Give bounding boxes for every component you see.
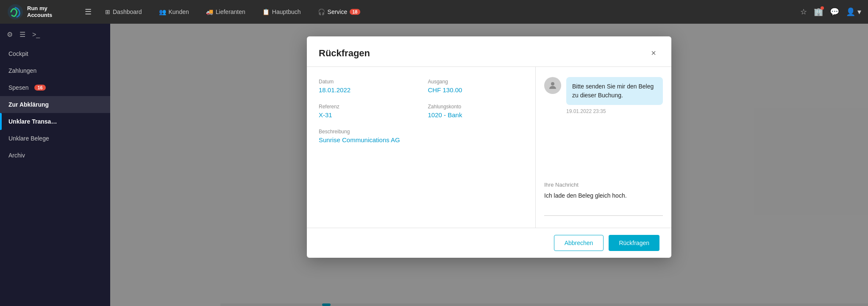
nav-item-service[interactable]: 🎧 Service 18	[314, 6, 364, 18]
logo-text: Run my Accounts	[27, 5, 52, 18]
sidebar: ⚙ ☰ >_ Cockpit Zahlungen Spesen 16 Zur A…	[0, 24, 110, 306]
user-button[interactable]: 👤 ▾	[846, 7, 861, 17]
nav-item-lieferanten[interactable]: 🚚 Lieferanten	[203, 6, 249, 18]
active-indicator	[0, 113, 2, 130]
chat-bubble: Bitte senden Sie mir den Beleg zu dieser…	[566, 77, 663, 105]
zahlungskonto-value: 1020 - Bank	[428, 111, 524, 119]
field-row-1: Datum 18.01.2022 Ausgang CHF 130.00	[319, 79, 523, 94]
sidebar-label-unklare-transa: Unklare Transa…	[8, 118, 57, 125]
ausgang-field: Ausgang CHF 130.00	[428, 79, 524, 94]
referenz-value: X-31	[319, 111, 415, 119]
zahlungskonto-field: Zahlungskonto 1020 - Bank	[428, 104, 524, 119]
chat-button[interactable]: 💬	[830, 7, 839, 17]
ausgang-value: CHF 130.00	[428, 86, 524, 94]
ausgang-label: Ausgang	[428, 79, 524, 85]
field-row-2: Referenz X-31 Zahlungskonto 1020 - Bank	[319, 104, 523, 119]
modal-close-button[interactable]: ×	[648, 47, 659, 60]
datum-value: 18.01.2022	[319, 86, 415, 94]
list-icon[interactable]: ☰	[19, 30, 25, 39]
chat-message-area: Bitte senden Sie mir den Beleg zu dieser…	[544, 77, 663, 175]
sidebar-label-unklare-belege: Unklare Belege	[8, 135, 49, 142]
message-input-label: Ihre Nachricht	[544, 182, 663, 188]
message-textarea[interactable]	[544, 190, 663, 216]
beschreibung-value: Sunrise Communications AG	[319, 136, 523, 143]
service-badge: 18	[350, 9, 360, 15]
sidebar-label-archiv: Archiv	[8, 152, 25, 159]
avatar	[544, 77, 561, 94]
modal-right-panel: Bitte senden Sie mir den Beleg zu dieser…	[536, 67, 671, 228]
logo: Run my Accounts	[7, 3, 75, 20]
svg-point-0	[8, 4, 23, 19]
main-layout: ⚙ ☰ >_ Cockpit Zahlungen Spesen 16 Zur A…	[0, 24, 868, 306]
cancel-button[interactable]: Abbrechen	[554, 235, 604, 251]
rueckfragen-modal: Rückfragen × Datum 18.01.2022 Ausg	[307, 36, 671, 258]
main-content: Rückfragen × Datum 18.01.2022 Ausg	[110, 24, 868, 306]
service-icon: 🎧	[318, 8, 325, 15]
sidebar-label-zur-abklaerung: Zur Abklärung	[8, 101, 49, 108]
datum-label: Datum	[319, 79, 415, 85]
hauptbuch-icon: 📋	[262, 8, 270, 15]
sidebar-item-cockpit[interactable]: Cockpit	[0, 45, 110, 62]
building-button[interactable]: 🏢	[814, 7, 823, 17]
sidebar-label-spesen: Spesen	[8, 84, 28, 91]
referenz-label: Referenz	[319, 104, 415, 110]
nav-item-dashboard[interactable]: ⊞ Dashboard	[102, 6, 145, 18]
datum-field: Datum 18.01.2022	[319, 79, 415, 94]
sidebar-label-cockpit: Cockpit	[8, 50, 28, 57]
rueckfragen-submit-button[interactable]: Rückfragen	[609, 235, 659, 251]
dashboard-icon: ⊞	[105, 8, 110, 15]
svg-point-1	[551, 82, 554, 85]
nav-item-hauptbuch[interactable]: 📋 Hauptbuch	[259, 6, 304, 18]
sidebar-item-zur-abklaerung[interactable]: Zur Abklärung	[0, 96, 110, 113]
referenz-field: Referenz X-31	[319, 104, 415, 119]
beschreibung-field: Beschreibung Sunrise Communications AG	[319, 129, 523, 143]
kunden-icon: 👥	[159, 8, 166, 15]
lieferanten-icon: 🚚	[206, 8, 213, 15]
logo-icon	[7, 3, 24, 20]
sidebar-item-spesen[interactable]: Spesen 16	[0, 79, 110, 96]
chat-timestamp: 19.01.2022 23:35	[566, 108, 663, 114]
top-navigation: Run my Accounts ☰ ⊞ Dashboard 👥 Kunden 🚚…	[0, 0, 868, 24]
nav-item-kunden[interactable]: 👥 Kunden	[156, 6, 192, 18]
modal-overlay: Rückfragen × Datum 18.01.2022 Ausg	[110, 24, 868, 306]
modal-body: Datum 18.01.2022 Ausgang CHF 130.00 Refe…	[307, 67, 671, 228]
beschreibung-label: Beschreibung	[319, 129, 523, 135]
sidebar-label-zahlungen: Zahlungen	[8, 67, 36, 74]
nav-right-actions: ☆ 🏢 💬 👤 ▾	[800, 7, 861, 17]
message-input-area: Ihre Nachricht	[544, 175, 663, 218]
hamburger-menu[interactable]: ☰	[85, 7, 92, 17]
sidebar-item-unklare-belege[interactable]: Unklare Belege	[0, 130, 110, 147]
modal-footer: Abbrechen Rückfragen	[307, 228, 671, 258]
modal-title: Rückfragen	[319, 48, 370, 59]
spesen-badge: 16	[34, 85, 45, 91]
terminal-icon[interactable]: >_	[32, 31, 40, 39]
zahlungskonto-label: Zahlungskonto	[428, 104, 524, 110]
sidebar-item-zahlungen[interactable]: Zahlungen	[0, 62, 110, 79]
modal-left-panel: Datum 18.01.2022 Ausgang CHF 130.00 Refe…	[307, 67, 536, 228]
star-button[interactable]: ☆	[800, 7, 807, 17]
sidebar-icons: ⚙ ☰ >_	[0, 27, 110, 45]
modal-header: Rückfragen ×	[307, 36, 671, 67]
notification-dot	[821, 6, 824, 10]
sidebar-item-archiv[interactable]: Archiv	[0, 147, 110, 164]
settings-icon[interactable]: ⚙	[7, 30, 13, 39]
sidebar-item-unklare-transa[interactable]: Unklare Transa…	[0, 113, 110, 130]
chat-bubble-text: Bitte senden Sie mir den Beleg zu dieser…	[572, 83, 654, 99]
chat-bubble-row: Bitte senden Sie mir den Beleg zu dieser…	[544, 77, 663, 105]
